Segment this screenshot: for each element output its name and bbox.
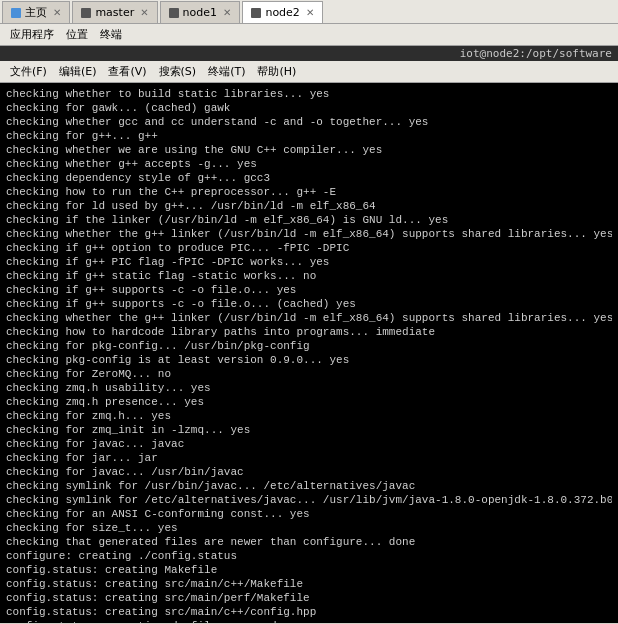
terminal-line: checking pkg-config is at least version … (6, 353, 612, 367)
top-menu-bar: 应用程序 位置 终端 (0, 24, 618, 46)
title-bar: 主页 ✕ master ✕ node1 ✕ node2 ✕ (0, 0, 618, 24)
terminal-line: checking for g++... g++ (6, 129, 612, 143)
terminal-line: checking for javac... javac (6, 437, 612, 451)
tab-node2-icon (251, 8, 261, 18)
tab-master[interactable]: master ✕ (72, 1, 157, 23)
terminal-line: checking if g++ option to produce PIC...… (6, 241, 612, 255)
menu-terminal[interactable]: 终端 (94, 25, 128, 44)
terminal-line: checking whether the g++ linker (/usr/bi… (6, 227, 612, 241)
terminal-line: checking if the linker (/usr/bin/ld -m e… (6, 213, 612, 227)
terminal-line: checking if g++ supports -c -o file.o...… (6, 297, 612, 311)
terminal-line: checking for pkg-config... /usr/bin/pkg-… (6, 339, 612, 353)
terminal-line: checking how to run the C++ preprocessor… (6, 185, 612, 199)
terminal-line: checking for gawk... (cached) gawk (6, 101, 612, 115)
tab-node2-close[interactable]: ✕ (306, 7, 314, 18)
terminal-line: checking that generated files are newer … (6, 535, 612, 549)
terminal-line: checking whether g++ accepts -g... yes (6, 157, 612, 171)
tab-node1[interactable]: node1 ✕ (160, 1, 241, 23)
tab-main-icon (11, 8, 21, 18)
tab-master-icon (81, 8, 91, 18)
terminal-line: config.status: creating src/main/perf/Ma… (6, 591, 612, 605)
tab-master-label: master (95, 6, 134, 19)
terminal-line: checking for zmq.h... yes (6, 409, 612, 423)
tab-master-close[interactable]: ✕ (140, 7, 148, 18)
terminal-line: checking for ld used by g++... /usr/bin/… (6, 199, 612, 213)
menu-applications[interactable]: 应用程序 (4, 25, 60, 44)
terminal-line: checking symlink for /etc/alternatives/j… (6, 493, 612, 507)
tab-node1-label: node1 (183, 6, 217, 19)
menu-file[interactable]: 文件(F) (4, 62, 53, 81)
terminal-line: checking how to hardcode library paths i… (6, 325, 612, 339)
terminal-line: checking for size_t... yes (6, 521, 612, 535)
tab-node1-icon (169, 8, 179, 18)
terminal-line: checking if g++ supports -c -o file.o...… (6, 283, 612, 297)
terminal-line: checking for javac... /usr/bin/javac (6, 465, 612, 479)
terminal-line: checking for ZeroMQ... no (6, 367, 612, 381)
menu-places[interactable]: 位置 (60, 25, 94, 44)
host-text: iot@node2:/opt/software (460, 47, 612, 60)
menu-help[interactable]: 帮助(H) (251, 62, 302, 81)
terminal-line: checking if g++ PIC flag -fPIC -DPIC wor… (6, 255, 612, 269)
terminal-line: configure: creating ./config.status (6, 549, 612, 563)
terminal-line: checking whether to build static librari… (6, 87, 612, 101)
tab-main-close[interactable]: ✕ (53, 7, 61, 18)
menu-edit[interactable]: 编辑(E) (53, 62, 103, 81)
terminal-line: checking for an ANSI C-conforming const.… (6, 507, 612, 521)
terminal-line: checking whether we are using the GNU C+… (6, 143, 612, 157)
terminal-line: checking zmq.h presence... yes (6, 395, 612, 409)
terminal-line: checking zmq.h usability... yes (6, 381, 612, 395)
terminal-line: checking if g++ static flag -static work… (6, 269, 612, 283)
tab-node2[interactable]: node2 ✕ (242, 1, 323, 23)
terminal-line: checking for zmq_init in -lzmq... yes (6, 423, 612, 437)
terminal-line: checking whether gcc and cc understand -… (6, 115, 612, 129)
bottom-menu-bar: 文件(F) 编辑(E) 查看(V) 搜索(S) 终端(T) 帮助(H) (0, 61, 618, 83)
terminal-line: checking symlink for /usr/bin/javac... /… (6, 479, 612, 493)
terminal-line: checking whether the g++ linker (/usr/bi… (6, 311, 612, 325)
terminal-line: config.status: creating Makefile (6, 563, 612, 577)
tab-main-label: 主页 (25, 5, 47, 20)
terminal-line: config.status: creating src/main/c++/con… (6, 605, 612, 619)
tab-node2-label: node2 (265, 6, 299, 19)
terminal-line: checking dependency style of g++... gcc3 (6, 171, 612, 185)
terminal-area[interactable]: checking whether to build static librari… (0, 83, 618, 623)
tab-main[interactable]: 主页 ✕ (2, 1, 70, 23)
terminal-line: config.status: creating src/main/c++/Mak… (6, 577, 612, 591)
menu-search[interactable]: 搜索(S) (153, 62, 203, 81)
menu-view[interactable]: 查看(V) (102, 62, 152, 81)
terminal-line: config.status: executing depfiles comman… (6, 619, 612, 623)
terminal-line: checking for jar... jar (6, 451, 612, 465)
tab-node1-close[interactable]: ✕ (223, 7, 231, 18)
menu-terminal2[interactable]: 终端(T) (202, 62, 251, 81)
host-indicator: iot@node2:/opt/software (0, 46, 618, 61)
